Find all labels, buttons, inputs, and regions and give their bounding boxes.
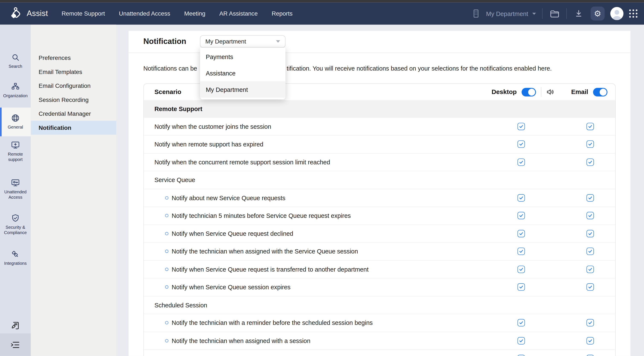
email-checkbox[interactable] <box>586 319 594 326</box>
table-subheader-row: Scheduled Session <box>144 296 615 314</box>
email-column-header: Email <box>569 88 588 96</box>
page-title: Notification <box>143 37 186 46</box>
chevron-down-icon <box>532 12 536 15</box>
submenu-item-email-configuration[interactable]: Email Configuration <box>31 79 116 93</box>
submenu-item-preferences[interactable]: Preferences <box>31 51 116 65</box>
scenario-label: Notify about new Service Queue requests <box>172 194 285 201</box>
folder-icon[interactable] <box>548 8 560 20</box>
desktop-checkbox[interactable] <box>518 212 525 219</box>
collapse-sidebar-button[interactable] <box>0 334 31 356</box>
plug-icon <box>11 250 20 259</box>
desktop-checkbox[interactable] <box>518 337 525 344</box>
desktop-checkbox[interactable] <box>518 355 525 356</box>
sidebar-item-remote-support[interactable]: Remote support <box>0 140 31 162</box>
department-dropdown-menu: PaymentsAssistanceMy Department <box>200 48 286 99</box>
top-navigation-bar: Assist Remote SupportUnattended AccessMe… <box>0 2 644 25</box>
desktop-checkbox[interactable] <box>518 140 525 148</box>
desktop-checkbox[interactable] <box>518 158 525 166</box>
top-nav-item-ar-assistance[interactable]: AR Assistance <box>220 10 258 17</box>
email-checkbox[interactable] <box>586 230 594 237</box>
table-row: Notify when Service Queue session expire… <box>144 278 615 296</box>
icon-sidebar: SearchOrganizationGeneralRemote supportU… <box>0 25 31 356</box>
collapse-panel-icon <box>10 340 21 349</box>
description-fragment-left: Notifications can be <box>143 65 197 72</box>
app-window: Assist Remote SupportUnattended AccessMe… <box>0 0 644 356</box>
table-row: Notify when the customer joins the sessi… <box>144 118 615 135</box>
divider <box>566 8 567 19</box>
bullet-circle-icon <box>165 339 168 342</box>
department-label: My Department <box>486 10 528 17</box>
table-row: Notify the technician with a reminder be… <box>144 314 615 332</box>
bullet-circle-icon <box>165 250 168 253</box>
sidebar-item-unattended-access[interactable]: Unattended Access <box>0 178 31 200</box>
divider <box>541 87 542 97</box>
desktop-checkbox[interactable] <box>518 194 525 202</box>
sidebar-item-security-compliance[interactable]: Security & Compliance <box>0 214 31 235</box>
scenario-label: Notify when remote support has expired <box>154 141 263 148</box>
rail-item-label: Security & Compliance <box>1 225 30 235</box>
top-nav-item-meeting[interactable]: Meeting <box>184 10 205 17</box>
desktop-checkbox[interactable] <box>518 230 525 237</box>
user-avatar[interactable] <box>610 7 624 20</box>
department-dropdown-value: My Department <box>205 38 246 45</box>
email-checkbox[interactable] <box>586 158 594 166</box>
submenu-item-email-templates[interactable]: Email Templates <box>31 65 116 79</box>
email-checkbox[interactable] <box>586 194 594 202</box>
dropdown-option-assistance[interactable]: Assistance <box>200 65 286 81</box>
desktop-master-toggle[interactable] <box>522 88 536 96</box>
email-checkbox[interactable] <box>586 122 594 130</box>
download-icon[interactable] <box>572 8 585 20</box>
email-checkbox[interactable] <box>586 212 594 219</box>
submenu-item-notification[interactable]: Notification <box>31 121 116 134</box>
table-subheader-row: Service Queue <box>144 171 615 189</box>
table-row: Notify about new Service Queue requests <box>144 189 615 206</box>
sound-icon[interactable] <box>546 88 555 96</box>
rail-item-label: Remote support <box>1 152 30 162</box>
table-row: Notify the technician when assigned with… <box>144 242 615 260</box>
email-checkbox[interactable] <box>586 337 594 344</box>
email-checkbox[interactable] <box>586 140 594 148</box>
desktop-checkbox[interactable] <box>518 266 525 273</box>
desktop-checkbox[interactable] <box>518 283 525 291</box>
monitor-plus-icon <box>11 140 20 150</box>
subsection-header-label: Scheduled Session <box>154 302 207 308</box>
table-row: Notify when the concurrent remote suppor… <box>144 153 615 171</box>
email-checkbox[interactable] <box>586 355 594 356</box>
dropdown-option-my-department[interactable]: My Department <box>200 81 286 98</box>
desktop-checkbox[interactable] <box>518 248 525 255</box>
settings-button[interactable]: ⚙ <box>591 6 604 20</box>
search-icon <box>11 53 20 62</box>
sidebar-item-search[interactable]: Search <box>0 53 31 69</box>
top-nav-item-remote-support[interactable]: Remote Support <box>62 10 105 17</box>
shield-check-icon <box>11 214 20 223</box>
table-row: Notify when Service Queue request declin… <box>144 224 615 242</box>
notepad-pencil-icon <box>10 320 20 330</box>
bullet-circle-icon <box>165 286 168 289</box>
email-checkbox[interactable] <box>586 266 594 273</box>
scenario-label: Notify technician 5 minutes before Servi… <box>172 212 351 219</box>
department-dropdown-button[interactable]: My Department <box>200 36 286 48</box>
monitor-key-icon <box>11 178 20 188</box>
department-selector[interactable]: My Department <box>470 8 536 20</box>
submenu-item-session-recording[interactable]: Session Recording <box>31 93 116 106</box>
table-row: Notify when Service Queue request is tra… <box>144 260 615 278</box>
top-nav-item-reports[interactable]: Reports <box>272 10 292 17</box>
sidebar-item-integrations[interactable]: Integrations <box>0 250 31 266</box>
dropdown-option-payments[interactable]: Payments <box>200 48 286 65</box>
email-checkbox[interactable] <box>586 283 594 291</box>
sidebar-item-general[interactable]: General <box>0 108 31 136</box>
sidebar-item-organization[interactable]: Organization <box>0 82 31 98</box>
desktop-checkbox[interactable] <box>518 319 525 326</box>
scenario-column-header: Scenario <box>154 88 181 96</box>
email-master-toggle[interactable] <box>593 88 607 96</box>
apps-grid-icon[interactable] <box>629 10 638 18</box>
top-nav-item-unattended-access[interactable]: Unattended Access <box>119 10 170 17</box>
submenu-item-credential-manager[interactable]: Credential Manager <box>31 107 116 121</box>
desktop-checkbox[interactable] <box>518 122 525 130</box>
scenario-label: Notify the technician when assigned with… <box>172 337 310 344</box>
chevron-down-icon <box>276 40 280 43</box>
brand-logo[interactable]: Assist <box>11 7 48 20</box>
feedback-button[interactable] <box>0 320 31 330</box>
email-checkbox[interactable] <box>586 248 594 255</box>
rail-item-label: General <box>8 124 23 130</box>
